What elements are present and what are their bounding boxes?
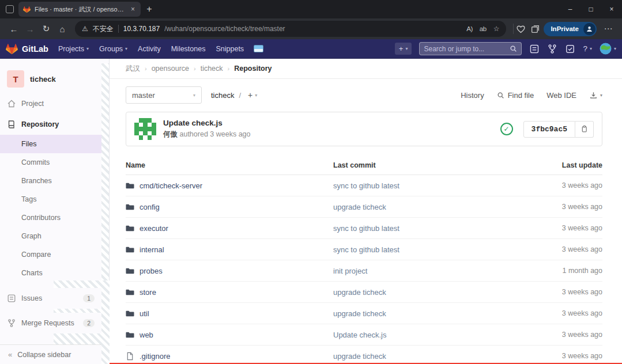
commit-message-link[interactable]: sync to github latest: [333, 224, 399, 233]
sidebar-item-branches[interactable]: Branches: [0, 172, 101, 190]
sidebar-item-contributors[interactable]: Contributors: [0, 208, 101, 227]
browser-tab[interactable]: Files · master · 武汉 / opensourc ×: [18, 2, 141, 17]
gitlab-logo[interactable]: GitLab: [6, 43, 48, 55]
file-name-link[interactable]: config: [140, 203, 160, 211]
project-name: ticheck: [30, 75, 56, 84]
commit-title-link[interactable]: Update check.js: [163, 119, 251, 127]
sidebar-item-charts[interactable]: Charts: [0, 264, 101, 282]
search-icon: [510, 45, 517, 52]
inprivate-badge[interactable]: InPrivate: [544, 22, 597, 36]
commit-author-link[interactable]: 何傲: [163, 130, 178, 138]
issues-icon: [7, 294, 16, 303]
browser-essentials-icon[interactable]: [516, 24, 526, 34]
project-header[interactable]: T ticheck: [0, 65, 109, 93]
user-menu[interactable]: ▾: [600, 43, 616, 55]
nav-label: Projects: [58, 45, 84, 53]
security-label[interactable]: 不安全: [93, 24, 114, 34]
help-menu[interactable]: ? ▾: [583, 44, 592, 53]
copy-sha-button[interactable]: [575, 121, 594, 138]
history-button[interactable]: History: [461, 91, 484, 100]
branch-selector[interactable]: master ▾: [126, 86, 202, 104]
table-row: util upgrade ticheck 3 weeks ago: [126, 303, 602, 324]
file-name-link[interactable]: cmd/ticheck-server: [140, 181, 202, 190]
commit-sha: 3fbc9ac5: [523, 121, 575, 138]
web-ide-button[interactable]: Web IDE: [546, 91, 576, 100]
translate-icon[interactable]: ab: [480, 25, 487, 32]
tab-actions-icon[interactable]: [6, 5, 14, 13]
commit-author-identicon: [134, 118, 156, 140]
find-file-button[interactable]: Find file: [497, 91, 534, 100]
nav-milestones[interactable]: Milestones: [166, 39, 211, 59]
refresh-button[interactable]: ↻: [38, 21, 54, 37]
new-tab-button[interactable]: +: [141, 4, 158, 14]
breadcrumb-subgroup[interactable]: opensource: [152, 65, 189, 73]
commit-message-link[interactable]: upgrade ticheck: [333, 309, 386, 318]
address-bar[interactable]: ⚠ 不安全 10.3.70.187 /wuhan/opensource/tich…: [75, 21, 506, 37]
commit-message-link[interactable]: Update check.js: [333, 331, 387, 339]
search-input[interactable]: [424, 45, 506, 53]
sidebar-item-tags[interactable]: Tags: [0, 190, 101, 208]
merge-requests-icon[interactable]: [547, 44, 557, 54]
file-name-link[interactable]: store: [140, 288, 156, 297]
file-name-link[interactable]: probes: [140, 267, 163, 275]
commit-message-link[interactable]: sync to github latest: [333, 245, 399, 254]
breadcrumb-group[interactable]: 武汉: [126, 64, 140, 74]
back-button[interactable]: ←: [6, 21, 22, 37]
issues-dashboard-icon[interactable]: [529, 44, 540, 54]
home-button[interactable]: ⌂: [54, 21, 70, 37]
sidebar-item-graph[interactable]: Graph: [0, 227, 101, 245]
nav-groups[interactable]: Groups ▾: [94, 39, 133, 59]
browser-toolbar: ← → ↻ ⌂ ⚠ 不安全 10.3.70.187 /wuhan/opensou…: [0, 18, 622, 39]
close-button[interactable]: ×: [601, 0, 622, 18]
file-name-link[interactable]: executor: [140, 224, 168, 233]
path-project-link[interactable]: ticheck: [211, 91, 234, 100]
sidebar-item-repository[interactable]: Repository: [0, 114, 109, 135]
sidebar-item-compare[interactable]: Compare: [0, 245, 101, 264]
pipeline-status-passed-icon[interactable]: ✓: [500, 123, 513, 135]
table-row: probes init project 1 month ago: [126, 260, 602, 282]
favorite-star-icon[interactable]: ☆: [493, 25, 500, 33]
nav-snippets[interactable]: Snippets: [210, 39, 249, 59]
collapse-sidebar-button[interactable]: « Collapse sidebar: [0, 344, 101, 364]
file-tree-table: Name Last commit Last update cmd/ticheck…: [126, 156, 602, 364]
browser-menu-icon[interactable]: ⋯: [600, 24, 616, 34]
commit-message-link[interactable]: upgrade ticheck: [333, 352, 386, 361]
sidebar-item-commits[interactable]: Commits: [0, 153, 101, 172]
sidebar-item-project[interactable]: Project: [0, 93, 109, 114]
user-avatar: [600, 43, 612, 55]
new-menu-button[interactable]: + ▾: [395, 43, 412, 55]
nav-activity[interactable]: Activity: [133, 39, 166, 59]
file-name-link[interactable]: util: [140, 309, 149, 318]
minimize-button[interactable]: –: [560, 0, 580, 18]
todos-icon[interactable]: [565, 44, 575, 54]
table-row: web Update check.js 3 weeks ago: [126, 324, 602, 346]
read-aloud-icon[interactable]: A): [466, 25, 473, 32]
address-divider: [118, 25, 119, 33]
commit-message-link[interactable]: upgrade ticheck: [333, 288, 386, 297]
breadcrumb-current[interactable]: Repository: [234, 65, 272, 73]
global-search[interactable]: [419, 42, 522, 55]
add-file-button[interactable]: + ▾: [248, 90, 257, 100]
download-source-button[interactable]: ▾: [589, 91, 602, 100]
tab-close-icon[interactable]: ×: [130, 5, 136, 13]
profile-avatar[interactable]: [583, 23, 595, 35]
file-name-link[interactable]: .gitignore: [140, 352, 170, 361]
sidebar-item-issues[interactable]: Issues 1: [0, 288, 101, 309]
breadcrumb-project[interactable]: ticheck: [201, 65, 223, 73]
commit-message-link[interactable]: upgrade ticheck: [333, 203, 386, 211]
commit-message-link[interactable]: init project: [333, 267, 367, 275]
file-name-link[interactable]: internal: [140, 245, 164, 254]
admin-area-icon[interactable]: [254, 45, 263, 52]
sidebar-item-label: Repository: [21, 120, 59, 128]
collections-icon[interactable]: [530, 24, 540, 34]
commit-message-link[interactable]: sync to github latest: [333, 181, 399, 190]
sidebar-item-merge-requests[interactable]: Merge Requests 2: [0, 313, 101, 333]
maximize-button[interactable]: □: [580, 0, 601, 18]
nav-projects[interactable]: Projects ▾: [53, 39, 94, 59]
file-name-link[interactable]: web: [140, 331, 153, 339]
sidebar-item-files[interactable]: Files: [0, 135, 101, 153]
nav-label: Snippets: [216, 45, 244, 53]
chevron-down-icon: ▾: [614, 46, 616, 51]
chevron-down-icon: ▾: [125, 46, 127, 51]
file-icon: [126, 352, 134, 361]
